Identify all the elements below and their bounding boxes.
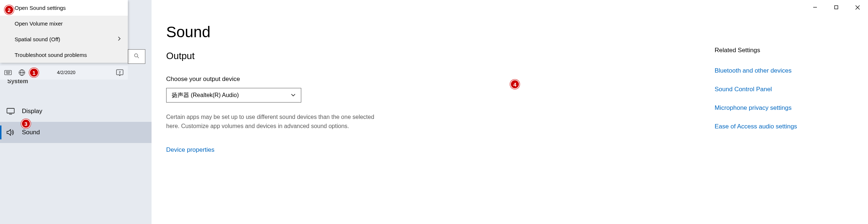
chevron-right-icon: [118, 36, 121, 43]
minimize-button[interactable]: [804, 0, 826, 15]
ctx-troubleshoot-sound[interactable]: Troubleshoot sound problems: [0, 47, 128, 63]
ctx-item-label: Open Sound settings: [15, 5, 66, 11]
search-box-fragment[interactable]: [128, 49, 145, 64]
close-button[interactable]: [847, 0, 868, 15]
ctx-item-label: Troubleshoot sound problems: [15, 52, 87, 58]
window-controls: [804, 0, 868, 15]
page-title: Sound: [166, 23, 857, 41]
ctx-open-volume-mixer[interactable]: Open Volume mixer: [0, 16, 128, 31]
related-link-sound-control-panel[interactable]: Sound Control Panel: [715, 80, 828, 99]
output-device-select[interactable]: 扬声器 (Realtek(R) Audio): [166, 88, 301, 103]
related-link-ease-of-access[interactable]: Ease of Access audio settings: [715, 117, 828, 136]
device-properties-link[interactable]: Device properties: [166, 140, 857, 159]
keyboard-icon[interactable]: [4, 69, 12, 76]
step-badge-2: 2: [4, 5, 14, 15]
step-badge-3: 3: [21, 119, 31, 128]
svg-text:2: 2: [119, 70, 121, 74]
tray-date: 4/2/2020: [57, 70, 76, 75]
output-device-value: 扬声器 (Realtek(R) Audio): [172, 92, 239, 99]
maximize-button[interactable]: [826, 0, 847, 15]
tray-clock[interactable]: 4/2/2020: [57, 70, 76, 75]
system-tray: 4/2/2020 2: [0, 66, 128, 80]
step-badge-1: 1: [29, 68, 39, 77]
sound-icon: [7, 128, 15, 136]
svg-rect-14: [835, 6, 838, 9]
notifications-icon[interactable]: 2: [116, 69, 123, 76]
related-settings: Related Settings Bluetooth and other dev…: [715, 47, 828, 136]
ctx-item-label: Open Volume mixer: [15, 20, 63, 27]
chevron-down-icon: [291, 92, 296, 99]
sidebar-item-label: Sound: [22, 129, 40, 136]
related-link-bluetooth[interactable]: Bluetooth and other devices: [715, 61, 828, 80]
svg-rect-11: [7, 108, 14, 113]
sidebar-item-label: Display: [22, 108, 42, 115]
step-badge-4: 4: [510, 80, 520, 89]
svg-line-1: [137, 57, 139, 58]
related-settings-title: Related Settings: [715, 47, 828, 54]
left-region: System Open Sound settings Open Volume m…: [0, 0, 152, 224]
display-icon: [7, 107, 15, 115]
related-link-mic-privacy[interactable]: Microphone privacy settings: [715, 99, 828, 117]
svg-point-0: [134, 54, 138, 57]
tray-context-menu: Open Sound settings Open Volume mixer Sp…: [0, 0, 128, 63]
ctx-item-label: Spatial sound (Off): [15, 36, 60, 42]
sidebar-item-display[interactable]: Display: [0, 101, 152, 122]
ctx-open-sound-settings[interactable]: Open Sound settings: [0, 0, 128, 16]
settings-window: Sound Output Choose your output device 扬…: [152, 0, 868, 224]
output-hint-text: Certain apps may be set up to use differ…: [166, 113, 382, 131]
search-icon: [134, 53, 139, 60]
network-icon[interactable]: [18, 69, 26, 76]
ctx-spatial-sound[interactable]: Spatial sound (Off): [0, 31, 128, 47]
